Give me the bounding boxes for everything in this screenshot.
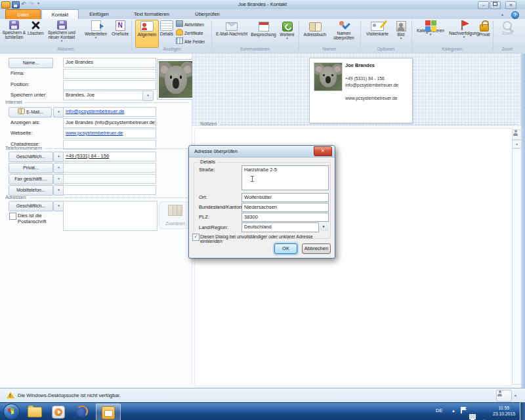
email-book-icon [18,108,25,114]
country-dropdown-icon[interactable]: ▼ [318,222,328,231]
ribbon-activities-button[interactable]: Aktivitäten [175,20,211,28]
display-as-field[interactable]: Joe Brandes (info@pcsystembetreuer.de) [63,118,156,128]
dropdown-arrow-icon: ▾ [392,37,410,40]
ribbon-categorize-button[interactable]: Kategorisieren ▾ [414,20,447,47]
position-field[interactable] [63,80,156,90]
ribbon-business-card-button[interactable]: Visitenkarte [363,20,392,47]
people-pane-button[interactable] [496,390,512,402]
city-field[interactable]: Wolfenbüttel [242,193,329,202]
company-field[interactable] [63,69,156,79]
ok-button[interactable]: OK [274,243,297,254]
minimize-button[interactable]: – [478,1,489,9]
taskbar-outlook-button[interactable] [96,404,121,420]
address-business-button[interactable]: Geschäftlich... [9,201,53,211]
tab-format-text[interactable]: Text formatieren [120,9,183,19]
cancel-button[interactable]: Abbrechen [302,243,331,254]
phone-fax-field[interactable] [63,174,156,184]
email-message-icon [226,22,238,31]
dialog-close-button[interactable]: ✕ [314,146,332,156]
web-field[interactable]: www.pcsystembetreuer.de [63,129,156,138]
ribbon-check-names-button[interactable]: Namen überprüfen [329,20,358,47]
address-textarea[interactable] [63,201,158,231]
phone-home-button[interactable]: Privat... [9,163,53,173]
taskbar-explorer-button[interactable] [25,404,45,419]
qat-undo-icon[interactable]: ↶ [21,1,26,7]
email-button-label: E-Mail... [26,110,43,114]
notes-scroll-up-button[interactable]: ▲ [512,140,522,148]
taskbar-firefox-button[interactable] [72,404,92,419]
ribbon-group-label: Optionen [362,47,410,52]
taskbar-media-player-button[interactable] [49,404,68,419]
ribbon-certificates-button[interactable]: Zertifikate [175,29,211,37]
phone-home-field[interactable] [63,163,156,173]
ribbon-details-button[interactable]: Details [159,20,175,47]
people-pane-collapse-icon[interactable]: ▴ [514,392,516,397]
ribbon-save-close-button[interactable]: Speichern & schließen [2,20,26,47]
map-button[interactable]: Zuordnen [159,201,192,229]
help-icon[interactable]: ? [511,11,519,19]
ribbon-meeting-button[interactable]: Besprechung [250,20,277,47]
app-icon[interactable] [1,1,10,9]
show-desktop-button[interactable] [520,402,525,420]
ribbon-separator [299,20,299,51]
tab-file[interactable]: Datei [5,9,41,20]
follow-up-flag-icon [461,20,463,30]
notes-scrollbar-track[interactable] [512,148,522,385]
name-field[interactable]: Joe Brandes [63,58,156,68]
ribbon-more-button[interactable]: Weitere ▾ [278,20,297,47]
business-card-preview[interactable]: Joe Brandes +49 (5331) 84 - 156 info@pcs… [309,58,413,123]
qat-dropdown-icon[interactable]: ▾ [37,1,39,5]
street-textarea[interactable]: Harzstraße 2-5 [242,165,329,190]
zip-field[interactable]: 38300 [242,213,329,222]
show-dialog-checkbox[interactable]: ✓ [192,234,200,241]
ribbon-address-book-button[interactable]: Adressbuch [301,20,329,47]
tab-insert[interactable]: Einfügen [80,9,118,19]
tray-hidden-icons-button[interactable]: ▲ [452,409,455,413]
phone-business-button[interactable]: Geschäftlich... [9,152,53,162]
ribbon-follow-up-button[interactable]: Nachverfolgung ▾ [448,20,480,47]
ribbon-button-label: Speichern und neuer Kontakt [45,30,79,39]
phone-mobile-field[interactable] [63,185,156,195]
start-button[interactable] [3,404,20,420]
ribbon-all-fields-button[interactable]: Alle Felder [175,37,211,45]
phone-business-field[interactable]: +49 (5331) 84 - 156 [63,152,156,161]
phone-fax-button[interactable]: Fax geschäftl.... [9,174,53,184]
ribbon-button-label: Zertifikate [184,31,203,35]
ribbon-forward-button[interactable]: Weiterleiten ▾ [81,20,110,47]
state-field[interactable]: Niedersachsen [242,203,329,212]
email-field[interactable]: info@pcsystembetreuer.de [63,107,156,117]
ribbon-zoom-button[interactable]: Zoom [495,20,519,47]
contact-photo[interactable] [157,59,195,100]
ribbon-save-new-button[interactable]: Speichern und neuer Kontakt ▾ [45,20,79,47]
maximize-button[interactable] [490,1,501,9]
ribbon-delete-button[interactable]: Löschen [28,20,43,47]
ribbon-tab-row [0,9,525,19]
ribbon-collapse-icon[interactable]: ▴ [501,12,503,16]
section-label: Adressen [5,194,26,200]
ribbon-picture-button[interactable]: Bild ▾ [392,20,410,47]
web-label: Webseite: [10,130,32,136]
text-cursor [252,176,253,182]
name-button[interactable]: Name... [9,58,53,68]
ribbon-email-button[interactable]: E-Mail-Nachricht [214,20,249,47]
country-combo[interactable]: Deutschland [242,222,319,232]
close-button[interactable]: ✕ [505,1,516,9]
network-icon[interactable] [469,414,476,420]
ribbon-general-button[interactable]: Allgemein [135,20,159,48]
card-phone: +49 (5331) 84 - 156 [345,76,385,81]
notes-expand-button[interactable] [512,129,522,140]
action-center-flag-icon[interactable] [461,407,462,413]
qat-save-icon[interactable] [12,1,20,9]
qat-redo-icon[interactable]: ↷ [29,1,34,7]
tray-clock[interactable]: 11:55 23.10.2015 [490,405,518,417]
ribbon-onenote-button[interactable]: N OneNote [111,20,129,47]
ribbon-private-button[interactable]: Privat [476,20,492,47]
section-label: Telefonnummern [5,145,42,151]
ribbon-group-label: Kategorien [413,47,492,52]
tab-contact[interactable]: Kontakt [41,9,79,20]
dialog-title: Adresse überprüfen [194,148,238,154]
tab-review[interactable]: Überprüfen [185,9,230,19]
postal-address-checkbox[interactable] [9,213,16,220]
tray-language-indicator[interactable]: DE [436,408,442,413]
email-button[interactable]: E-Mail... [9,107,52,117]
